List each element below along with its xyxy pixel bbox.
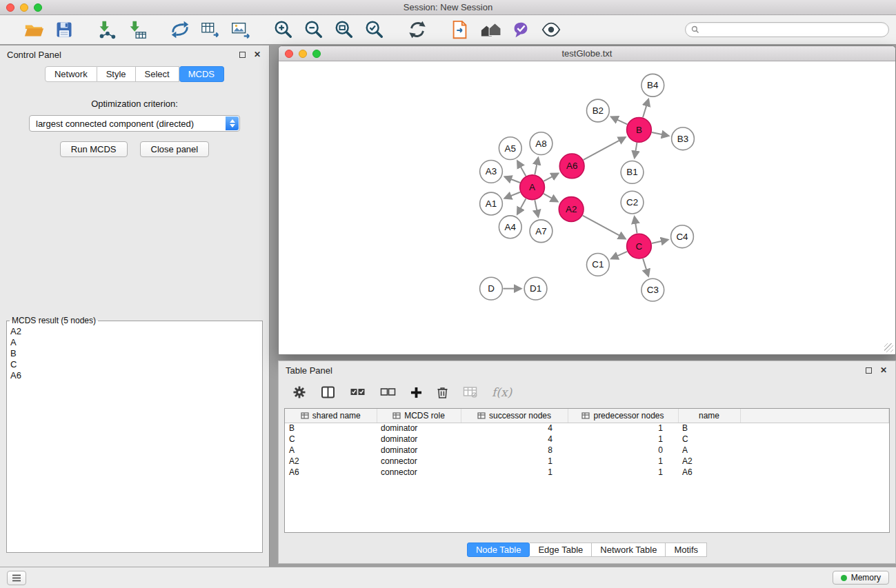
optimization-criterion-select[interactable]: largest connected component (directed) bbox=[29, 115, 240, 132]
tab-motifs[interactable]: Motifs bbox=[666, 543, 707, 557]
export-table-button[interactable] bbox=[199, 18, 222, 41]
table-float-panel-button[interactable] bbox=[864, 365, 873, 375]
tab-style[interactable]: Style bbox=[97, 66, 136, 82]
network-node-A3[interactable]: A3 bbox=[480, 160, 503, 183]
select-all-button[interactable] bbox=[350, 387, 366, 397]
run-mcds-button[interactable]: Run MCDS bbox=[60, 141, 128, 157]
network-node-B1[interactable]: B1 bbox=[621, 161, 644, 183]
network-edge-B-B4 bbox=[643, 99, 648, 117]
table-row[interactable]: Cdominator41C bbox=[285, 434, 889, 445]
network-edge-A-A7 bbox=[535, 200, 538, 216]
close-panel-action-button[interactable]: Close panel bbox=[140, 141, 210, 157]
search-input[interactable] bbox=[703, 25, 883, 34]
import-network-button[interactable] bbox=[95, 18, 119, 41]
tab-network[interactable]: Network bbox=[45, 66, 97, 82]
zoom-window-button[interactable] bbox=[34, 3, 42, 12]
mcds-result-item[interactable]: A6 bbox=[8, 370, 261, 381]
export-image-button[interactable] bbox=[229, 18, 252, 41]
open-session-button[interactable] bbox=[22, 18, 46, 41]
network-view[interactable]: B4B2BB3A8A5A6A3B1AC2A1A2A4A7C4CC1DD1C3 bbox=[279, 62, 895, 354]
columns-icon bbox=[321, 386, 335, 398]
network-node-C2[interactable]: C2 bbox=[621, 191, 644, 214]
create-column-button[interactable] bbox=[410, 387, 422, 398]
table-cell: A6 bbox=[678, 467, 740, 478]
task-history-button[interactable] bbox=[7, 571, 26, 585]
float-panel-button[interactable] bbox=[237, 50, 247, 59]
zoom-selected-button[interactable] bbox=[363, 18, 386, 41]
floppy-disk-icon bbox=[54, 20, 74, 39]
network-node-C4[interactable]: C4 bbox=[671, 225, 694, 248]
save-session-button[interactable] bbox=[52, 18, 76, 41]
network-node-A[interactable]: A bbox=[520, 175, 545, 200]
search-box[interactable] bbox=[685, 22, 889, 37]
network-node-D1[interactable]: D1 bbox=[524, 277, 547, 300]
mcds-result-item[interactable]: C bbox=[8, 359, 261, 370]
network-node-D[interactable]: D bbox=[480, 277, 503, 300]
network-close-button[interactable] bbox=[285, 50, 293, 58]
memory-button[interactable]: Memory bbox=[833, 571, 889, 585]
network-node-A8[interactable]: A8 bbox=[530, 132, 552, 155]
tab-select[interactable]: Select bbox=[136, 66, 179, 82]
refresh-view-button[interactable] bbox=[406, 18, 429, 41]
delete-table-button[interactable] bbox=[463, 387, 477, 398]
tab-network-table[interactable]: Network Table bbox=[592, 543, 666, 557]
network-node-A6[interactable]: A6 bbox=[559, 154, 584, 179]
network-canvas[interactable]: B4B2BB3A8A5A6A3B1AC2A1A2A4A7C4CC1DD1C3 bbox=[279, 62, 895, 354]
column-header-name[interactable]: name bbox=[678, 409, 740, 423]
node-table: shared name MCDS role successor nodes pr… bbox=[285, 409, 889, 478]
zoom-fit-button[interactable] bbox=[332, 18, 356, 41]
new-network-button[interactable] bbox=[168, 18, 192, 41]
network-minimize-button[interactable] bbox=[299, 50, 307, 58]
table-close-panel-button[interactable]: ✕ bbox=[879, 365, 888, 375]
network-node-A2[interactable]: A2 bbox=[559, 197, 584, 222]
minimize-window-button[interactable] bbox=[20, 3, 28, 12]
function-builder-button[interactable]: f(x) bbox=[492, 385, 512, 399]
column-header-mcds-role[interactable]: MCDS role bbox=[377, 409, 461, 423]
table-cell: A6 bbox=[285, 467, 377, 478]
table-row[interactable]: A2connector11A2 bbox=[285, 456, 889, 467]
close-panel-button[interactable]: ✕ bbox=[252, 50, 262, 59]
network-node-C[interactable]: C bbox=[627, 234, 652, 258]
network-edge-A6-B bbox=[584, 137, 626, 160]
network-node-A1[interactable]: A1 bbox=[480, 192, 503, 215]
zoom-out-button[interactable] bbox=[302, 18, 326, 41]
column-header-predecessor-nodes[interactable]: predecessor nodes bbox=[568, 409, 678, 423]
validate-button[interactable] bbox=[509, 18, 532, 41]
network-node-A5[interactable]: A5 bbox=[499, 137, 521, 160]
mcds-result-item[interactable]: B bbox=[8, 348, 261, 359]
column-header-shared-name[interactable]: shared name bbox=[285, 409, 377, 423]
network-node-B3[interactable]: B3 bbox=[672, 128, 695, 150]
mcds-result-item[interactable]: A bbox=[8, 337, 261, 348]
table-cell: 8 bbox=[461, 445, 568, 456]
network-node-C1[interactable]: C1 bbox=[587, 254, 610, 276]
deselect-all-button[interactable] bbox=[380, 387, 396, 397]
column-visibility-button[interactable] bbox=[321, 386, 335, 398]
tab-node-table[interactable]: Node Table bbox=[467, 543, 530, 557]
application-window: Session: New Session bbox=[0, 0, 896, 588]
import-session-button[interactable] bbox=[448, 18, 472, 41]
document-arrow-icon bbox=[450, 19, 470, 40]
zoom-in-button[interactable] bbox=[272, 18, 295, 41]
network-node-A4[interactable]: A4 bbox=[499, 216, 521, 239]
table-row[interactable]: Bdominator41B bbox=[285, 423, 889, 434]
column-header-successor-nodes[interactable]: successor nodes bbox=[461, 409, 568, 423]
close-window-button[interactable] bbox=[6, 3, 14, 12]
table-row[interactable]: A6connector11A6 bbox=[285, 467, 889, 478]
tab-mcds[interactable]: MCDS bbox=[179, 66, 224, 82]
network-zoom-button[interactable] bbox=[312, 50, 321, 58]
network-node-B2[interactable]: B2 bbox=[587, 99, 610, 122]
import-table-button[interactable] bbox=[126, 18, 149, 41]
network-node-B[interactable]: B bbox=[627, 117, 652, 142]
mcds-result-item[interactable]: A2 bbox=[8, 326, 261, 337]
window-resize-grip[interactable] bbox=[884, 343, 893, 352]
table-settings-button[interactable] bbox=[292, 385, 306, 399]
network-node-C3[interactable]: C3 bbox=[641, 278, 664, 301]
table-row[interactable]: Adominator80A bbox=[285, 445, 889, 456]
network-node-B4[interactable]: B4 bbox=[641, 74, 664, 97]
delete-column-button[interactable] bbox=[437, 386, 448, 399]
home-view-button[interactable] bbox=[479, 18, 502, 41]
network-node-A7[interactable]: A7 bbox=[530, 220, 552, 243]
table-cell-filler bbox=[740, 456, 889, 467]
toggle-visibility-button[interactable] bbox=[539, 18, 563, 41]
tab-edge-table[interactable]: Edge Table bbox=[530, 543, 592, 557]
